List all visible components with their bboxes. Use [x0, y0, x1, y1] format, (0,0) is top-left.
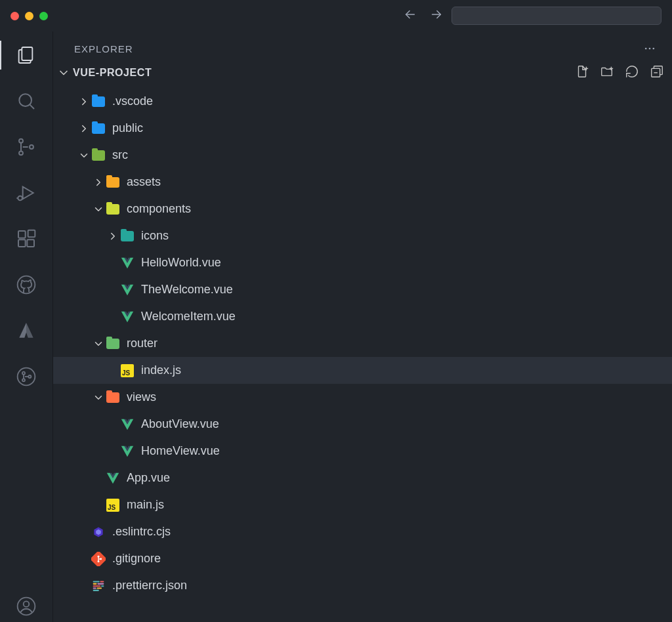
svg-point-21 [18, 598, 35, 615]
minimize-window-button[interactable] [25, 12, 33, 20]
new-folder-button[interactable] [600, 64, 614, 81]
tree-file-prettierrc[interactable]: .prettierrc.json [53, 572, 672, 599]
svg-rect-47 [97, 587, 102, 589]
close-window-button[interactable] [10, 12, 19, 20]
chevron-right-icon [77, 123, 91, 135]
activity-github[interactable] [10, 269, 42, 301]
chevron-right-icon [91, 176, 106, 188]
svg-point-16 [18, 276, 35, 294]
folder-icons-icon [120, 229, 135, 243]
tree-label: .prettierrc.json [112, 579, 187, 592]
svg-point-6 [19, 151, 23, 155]
tree-folder-router[interactable]: router [53, 330, 672, 357]
tree-label: icons [141, 229, 169, 243]
tree-label: public [112, 121, 143, 135]
folder-views-icon [106, 390, 120, 405]
tree-label: TheWelcome.vue [141, 283, 233, 297]
project-section-header[interactable]: VUE-PROJECT [53, 62, 672, 88]
nav-arrows [403, 7, 444, 24]
chevron-right-icon [106, 230, 120, 242]
nav-forward-button[interactable] [429, 7, 444, 24]
activity-explorer[interactable] [10, 39, 42, 71]
title-bar [0, 0, 672, 31]
explorer-sidebar: EXPLORER VUE-PROJECT .vscode [52, 31, 672, 622]
folder-public-icon [91, 121, 106, 136]
tree-file-thewelcome[interactable]: TheWelcome.vue [53, 276, 672, 303]
command-center-search[interactable] [452, 7, 662, 25]
svg-point-7 [30, 145, 33, 149]
vue-file-icon [120, 444, 135, 459]
new-file-button[interactable] [575, 64, 589, 81]
activity-extensions[interactable] [10, 223, 42, 255]
tree-label: HomeView.vue [141, 444, 220, 458]
folder-vscode-icon [91, 94, 106, 109]
tree-label: src [112, 148, 128, 162]
tree-folder-views[interactable]: views [53, 384, 672, 411]
explorer-more-button[interactable] [643, 42, 656, 55]
tree-file-appvue[interactable]: App.vue [53, 465, 672, 491]
svg-point-24 [649, 48, 651, 50]
svg-rect-44 [93, 585, 101, 587]
svg-marker-8 [23, 187, 33, 199]
window-controls [10, 12, 48, 20]
svg-rect-14 [27, 239, 34, 247]
collapse-all-button[interactable] [650, 64, 664, 81]
tree-label: .eslintrc.cjs [112, 525, 171, 539]
chevron-down-icon [91, 338, 106, 350]
js-file-icon: JS [106, 498, 120, 512]
svg-rect-13 [18, 239, 26, 247]
tree-folder-public[interactable]: public [53, 115, 672, 142]
activity-run-debug[interactable] [10, 177, 42, 209]
tree-file-eslintrc[interactable]: .eslintrc.cjs [53, 518, 672, 545]
tree-label: main.js [127, 498, 164, 512]
explorer-title: EXPLORER [74, 43, 133, 54]
tree-folder-vscode[interactable]: .vscode [53, 88, 672, 115]
tree-file-homeview[interactable]: HomeView.vue [53, 438, 672, 465]
svg-rect-48 [93, 589, 99, 591]
chevron-down-icon [57, 66, 70, 79]
svg-point-25 [653, 48, 655, 50]
activity-search[interactable] [10, 85, 42, 117]
svg-rect-40 [93, 581, 100, 582]
svg-point-22 [24, 601, 30, 607]
tree-file-mainjs[interactable]: JS main.js [53, 491, 672, 518]
refresh-button[interactable] [625, 64, 639, 81]
tree-file-helloworld[interactable]: HelloWorld.vue [53, 249, 672, 276]
tree-file-indexjs[interactable]: JS index.js [53, 357, 672, 384]
tree-label: assets [127, 175, 161, 189]
activity-account[interactable] [10, 591, 42, 622]
tree-file-gitignore[interactable]: .gitignore [53, 545, 672, 572]
svg-rect-2 [22, 47, 32, 60]
svg-rect-46 [93, 587, 96, 589]
explorer-header: EXPLORER [53, 31, 672, 62]
folder-assets-icon [106, 175, 120, 190]
tree-file-welcomeitem[interactable]: WelcomeItem.vue [53, 303, 672, 330]
prettier-file-icon [91, 579, 106, 593]
activity-git-graph[interactable] [10, 361, 42, 392]
tree-folder-assets[interactable]: assets [53, 169, 672, 196]
chevron-down-icon [77, 150, 91, 161]
chevron-right-icon [77, 96, 91, 108]
svg-point-9 [18, 196, 22, 201]
git-file-icon [91, 552, 106, 566]
svg-point-19 [22, 379, 25, 381]
tree-folder-src[interactable]: src [53, 142, 672, 169]
tree-label: HelloWorld.vue [141, 256, 221, 270]
folder-src-icon [91, 148, 106, 163]
tree-folder-components[interactable]: components [53, 196, 672, 222]
svg-point-5 [19, 139, 23, 143]
vue-file-icon [120, 256, 135, 270]
svg-rect-43 [97, 583, 104, 584]
tree-file-aboutview[interactable]: AboutView.vue [53, 411, 672, 438]
folder-router-icon [106, 337, 120, 351]
vue-file-icon [120, 310, 135, 324]
tree-label: App.vue [127, 471, 170, 485]
nav-back-button[interactable] [403, 7, 417, 24]
tree-label: .gitignore [112, 552, 161, 566]
maximize-window-button[interactable] [39, 12, 48, 20]
activity-atlassian[interactable] [10, 315, 42, 346]
tree-folder-icons[interactable]: icons [53, 222, 672, 249]
svg-rect-42 [93, 583, 97, 584]
activity-source-control[interactable] [10, 131, 42, 163]
tree-label: WelcomeItem.vue [141, 310, 236, 323]
